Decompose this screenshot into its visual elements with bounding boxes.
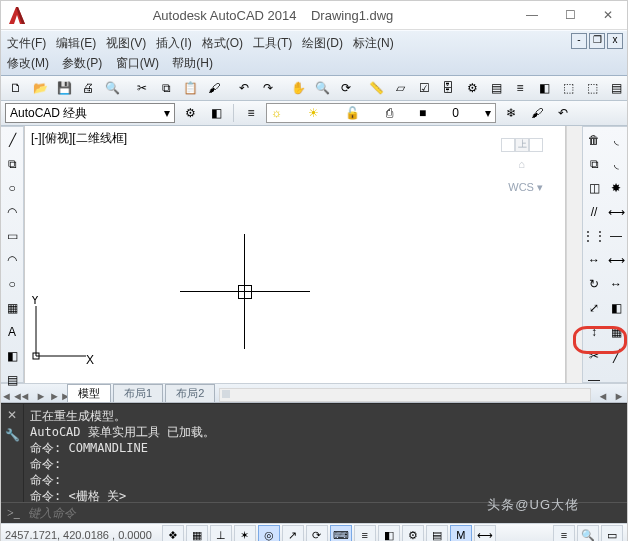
layer-prev-button[interactable]: ↶ xyxy=(552,102,574,124)
hscroll-left-button[interactable]: ◄ xyxy=(595,390,611,402)
ellipse-tool[interactable]: ○ xyxy=(1,273,23,295)
table-tool[interactable]: ▤ xyxy=(1,369,23,391)
open-button[interactable]: 📂 xyxy=(29,77,51,99)
plot-preview-button[interactable]: 🔍 xyxy=(101,77,123,99)
save-button[interactable]: 💾 xyxy=(53,77,75,99)
menu-help[interactable]: 帮助(H) xyxy=(172,56,213,70)
drawing-canvas[interactable]: [-][俯视][二维线框] 上 ⌂ WCS ▾ YX xyxy=(24,126,566,383)
menu-view[interactable]: 视图(V) xyxy=(106,35,146,52)
command-history[interactable]: 正在重生成模型。 AutoCAD 菜单实用工具 已加载。 命令: COMMAND… xyxy=(24,404,627,502)
status-extra-1[interactable]: ≡ xyxy=(553,525,575,541)
markup-button[interactable]: ◧ xyxy=(533,77,555,99)
qp-toggle[interactable]: ⚙ xyxy=(402,525,424,541)
cut-button[interactable]: ✂ xyxy=(131,77,153,99)
tab-last-button[interactable]: ►► xyxy=(49,390,65,402)
new-button[interactable]: 🗋 xyxy=(5,77,27,99)
polar-toggle[interactable]: ✶ xyxy=(234,525,256,541)
cube-face[interactable] xyxy=(529,138,543,152)
grid-toggle[interactable]: ▦ xyxy=(186,525,208,541)
window-minimize-button[interactable]: — xyxy=(513,1,551,29)
snap-toggle[interactable]: ❖ xyxy=(162,525,184,541)
cmd-wrench-icon[interactable]: 🔧 xyxy=(5,428,20,442)
menu-file[interactable]: 文件(F) xyxy=(7,35,46,52)
area-button[interactable]: ▱ xyxy=(389,77,411,99)
sheetset-button[interactable]: ≡ xyxy=(509,77,531,99)
workspace-selector[interactable]: AutoCAD 经典 ▾ xyxy=(5,103,175,123)
cmd-close-icon[interactable]: ✕ xyxy=(7,408,17,422)
layer-prop-button[interactable]: ≡ xyxy=(240,102,262,124)
tpy-toggle[interactable]: ◧ xyxy=(378,525,400,541)
menu-edit[interactable]: 编辑(E) xyxy=(56,35,96,52)
fillet-tool[interactable]: ◟ xyxy=(605,129,627,151)
dist-button[interactable]: 📏 xyxy=(365,77,387,99)
circle-tool[interactable]: ○ xyxy=(1,177,23,199)
status-coords[interactable]: 2457.1721, 420.0186 , 0.0000 xyxy=(5,529,152,541)
status-extra-2[interactable]: 🔍 xyxy=(577,525,599,541)
layer-match-button[interactable]: 🖌 xyxy=(526,102,548,124)
line-tool[interactable]: ╱ xyxy=(1,129,23,151)
mdi-minimize-button[interactable]: - xyxy=(571,33,587,49)
paste-button[interactable]: 📋 xyxy=(179,77,201,99)
plot-button[interactable]: 🖨 xyxy=(77,77,99,99)
sc-toggle[interactable]: ▤ xyxy=(426,525,448,541)
status-extra-3[interactable]: ▭ xyxy=(601,525,623,541)
match-prop-button[interactable]: 🖌 xyxy=(203,77,225,99)
layer-iso-button[interactable]: ❄ xyxy=(500,102,522,124)
menu-format[interactable]: 格式(O) xyxy=(202,35,243,52)
array-tool[interactable]: ⋮⋮ xyxy=(583,225,605,247)
annomon-toggle[interactable]: ⟷ xyxy=(474,525,496,541)
tab-first-button[interactable]: ◄◄ xyxy=(1,390,17,402)
spline-tool[interactable]: ◠ xyxy=(1,249,23,271)
copy-tool[interactable]: ⧉ xyxy=(583,153,605,175)
qselect-button[interactable]: ☑ xyxy=(413,77,435,99)
wcs-label[interactable]: WCS ▾ xyxy=(508,181,543,194)
model-toggle[interactable]: M xyxy=(450,525,472,541)
rectangle-tool[interactable]: ▭ xyxy=(1,225,23,247)
layer-selector[interactable]: ☼ ☀ 🔓 ⎙ ■ 0 ▾ xyxy=(266,103,496,123)
ducs-toggle[interactable]: ⟳ xyxy=(306,525,328,541)
redo-button[interactable]: ↷ xyxy=(257,77,279,99)
tab-model[interactable]: 模型 xyxy=(67,384,111,402)
zoom-button[interactable]: 🔍 xyxy=(311,77,333,99)
orbit-button[interactable]: ⟳ xyxy=(335,77,357,99)
pan-button[interactable]: ✋ xyxy=(287,77,309,99)
mdi-restore-button[interactable]: ❐ xyxy=(589,33,605,49)
dcenter-button[interactable]: 🗄 xyxy=(437,77,459,99)
mirror-tool[interactable]: ◫ xyxy=(583,177,605,199)
mdi-close-button[interactable]: x xyxy=(607,33,623,49)
properties-button[interactable]: ⚙ xyxy=(461,77,483,99)
menu-insert[interactable]: 插入(I) xyxy=(156,35,191,52)
menu-modify[interactable]: 修改(M) xyxy=(7,56,49,70)
polyline-tool[interactable]: ⧉ xyxy=(1,153,23,175)
hatch-tool[interactable]: ▦ xyxy=(1,297,23,319)
horizontal-scrollbar[interactable] xyxy=(219,388,591,402)
modify-tool-x[interactable]: ◧ xyxy=(605,297,627,319)
lwt-toggle[interactable]: ≡ xyxy=(354,525,376,541)
window-close-button[interactable]: ✕ xyxy=(589,1,627,29)
text-tool[interactable]: A xyxy=(1,321,23,343)
menu-draw[interactable]: 绘图(D) xyxy=(302,35,343,52)
tab-layout1[interactable]: 布局1 xyxy=(113,384,163,402)
dim-tool[interactable]: ⟷ xyxy=(605,201,627,223)
menu-param[interactable]: 参数(P) xyxy=(62,56,102,70)
cube-face[interactable] xyxy=(501,138,515,152)
toolbar-btn-a[interactable]: ◧ xyxy=(205,102,227,124)
copy-button[interactable]: ⧉ xyxy=(155,77,177,99)
tab-layout2[interactable]: 布局2 xyxy=(165,384,215,402)
otrack-toggle[interactable]: ↗ xyxy=(282,525,304,541)
window-maximize-button[interactable]: ☐ xyxy=(551,1,589,29)
calc-button[interactable]: ▤ xyxy=(605,77,627,99)
toolpalettes-button[interactable]: ▤ xyxy=(485,77,507,99)
explode-tool[interactable]: ✸ xyxy=(605,177,627,199)
arc-tool[interactable]: ◠ xyxy=(1,201,23,223)
menu-dimension[interactable]: 标注(N) xyxy=(353,35,394,52)
dyn-toggle[interactable]: ⌨ xyxy=(330,525,352,541)
align-tool[interactable]: ↔ xyxy=(605,273,627,295)
viewport-label[interactable]: [-][俯视][二维线框] xyxy=(31,130,127,147)
osnap-toggle[interactable]: ◎ xyxy=(258,525,280,541)
menu-tools[interactable]: 工具(T) xyxy=(253,35,292,52)
erase-tool[interactable]: 🗑 xyxy=(583,129,605,151)
group-button[interactable]: ⬚ xyxy=(557,77,579,99)
break-tool[interactable]: — xyxy=(605,225,627,247)
offset-tool[interactable]: // xyxy=(583,201,605,223)
